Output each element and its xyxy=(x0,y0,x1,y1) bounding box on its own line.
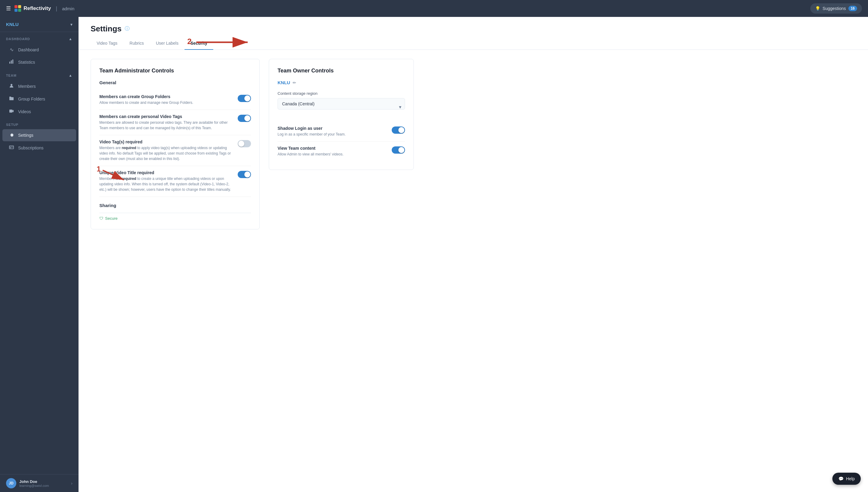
group-folders-toggle[interactable] xyxy=(238,95,251,102)
tab-video-tags[interactable]: Video Tags xyxy=(91,38,123,50)
settings-header: Settings ⓘ Video Tags Rubrics User Label… xyxy=(78,17,868,50)
bulb-icon: 💡 xyxy=(815,6,820,11)
brand-role: admin xyxy=(62,6,74,11)
view-team-content-toggle[interactable] xyxy=(392,146,405,154)
sidebar-item-label: Dashboard xyxy=(18,47,39,52)
subscriptions-icon xyxy=(8,145,15,151)
settings-icon xyxy=(8,132,15,138)
owner-controls-card: Team Owner Controls KNLU ✏ Content stora… xyxy=(269,59,414,170)
unique-video-title-desc: Members are required to create a unique … xyxy=(99,176,232,192)
sidebar-item-statistics[interactable]: Statistics xyxy=(2,56,76,68)
svg-rect-4 xyxy=(9,109,13,113)
tab-security[interactable]: Security xyxy=(185,38,213,50)
shield-icon: 🛡 xyxy=(99,216,103,221)
shadow-login-toggle[interactable] xyxy=(392,126,405,134)
sidebar-item-subscriptions[interactable]: Subscriptions xyxy=(2,142,76,154)
user-profile[interactable]: JD John Doe learning@swivl.com › xyxy=(0,474,78,492)
sidebar-item-members[interactable]: Members xyxy=(2,80,76,92)
secure-badge: 🛡 Secure xyxy=(99,216,251,221)
svg-rect-0 xyxy=(9,62,10,64)
storage-select[interactable]: Canada (Central) US (East) EU (West) xyxy=(278,98,405,109)
dashboard-icon: ∿ xyxy=(8,47,15,52)
tab-user-labels[interactable]: User Labels xyxy=(150,38,185,50)
video-tags-required-toggle[interactable] xyxy=(238,140,251,147)
suggestions-button[interactable]: 💡 Suggestions 16 xyxy=(810,3,862,14)
shadow-login-title: Shadow Login as user xyxy=(278,126,387,131)
view-team-content-control: View Team content Allow Admin to view al… xyxy=(278,142,405,161)
sidebar-item-label: Settings xyxy=(18,133,33,138)
hamburger-icon[interactable]: ☰ xyxy=(6,5,11,12)
personal-video-tags-title: Members can create personal Video Tags xyxy=(99,114,232,119)
owner-org-row: KNLU ✏ xyxy=(278,80,405,85)
sidebar-item-label: Videos xyxy=(18,109,31,114)
sidebar-item-group-folders[interactable]: Group Folders xyxy=(2,93,76,105)
brand-name: Reflectivity xyxy=(24,5,51,11)
info-icon[interactable]: ⓘ xyxy=(125,26,129,32)
view-team-content-title: View Team content xyxy=(278,146,387,151)
video-tags-required-title: Video Tag(s) required xyxy=(99,140,232,144)
sidebar-item-label: Group Folders xyxy=(18,97,45,101)
user-chevron-icon: › xyxy=(71,481,72,486)
sidebar-item-label: Statistics xyxy=(18,60,35,65)
sidebar-section-setup: SETUP xyxy=(0,118,78,129)
unique-video-title-control: Unique Video Title required Members are … xyxy=(99,166,251,197)
user-email: learning@swivl.com xyxy=(19,484,68,488)
help-label: Help xyxy=(846,476,855,481)
logo-icon xyxy=(15,5,21,12)
org-name: KNLU xyxy=(6,22,19,27)
storage-label: Content storage region xyxy=(278,91,405,96)
group-folders-desc: Allow members to create and manage new G… xyxy=(99,100,232,105)
main-content: Settings ⓘ Video Tags Rubrics User Label… xyxy=(78,17,868,492)
sharing-section: Sharing 🛡 Secure xyxy=(99,203,251,221)
storage-select-wrapper: Canada (Central) US (East) EU (West) xyxy=(278,98,405,116)
edit-icon[interactable]: ✏ xyxy=(293,80,296,85)
unique-video-title-toggle[interactable] xyxy=(238,171,251,178)
suggestions-label: Suggestions xyxy=(823,6,846,11)
svg-rect-2 xyxy=(13,59,13,64)
group-folders-title: Members can create Group Folders xyxy=(99,94,232,99)
tab-rubrics[interactable]: Rubrics xyxy=(123,38,150,50)
svg-point-3 xyxy=(10,84,13,86)
group-folders-control: Members can create Group Folders Allow m… xyxy=(99,90,251,110)
owner-controls-title: Team Owner Controls xyxy=(278,68,405,74)
svg-rect-1 xyxy=(11,60,12,64)
team-section-chevron: ▲ xyxy=(69,73,72,78)
video-tags-required-control: Video Tag(s) required Members are requir… xyxy=(99,135,251,166)
unique-video-title-title: Unique Video Title required xyxy=(99,170,232,175)
sidebar: KNLU ▾ DASHBOARD ▲ ∿ Dashboard Statistic… xyxy=(0,17,78,492)
admin-controls-card: Team Administrator Controls General Memb… xyxy=(91,59,260,229)
svg-rect-7 xyxy=(10,148,11,148)
sidebar-org[interactable]: KNLU ▾ xyxy=(0,17,78,32)
help-chat-icon: 💬 xyxy=(838,476,844,481)
top-nav: ☰ Reflectivity | admin 💡 Suggestions 16 xyxy=(0,0,868,17)
videos-icon xyxy=(8,109,15,115)
org-chevron-icon: ▾ xyxy=(70,22,72,27)
user-info: John Doe learning@swivl.com xyxy=(19,479,68,488)
sidebar-item-label: Subscriptions xyxy=(18,146,44,150)
view-team-content-desc: Allow Admin to view all members' videos. xyxy=(278,151,387,157)
help-button[interactable]: 💬 Help xyxy=(833,473,861,485)
page-title: Settings xyxy=(91,24,122,33)
sidebar-item-label: Members xyxy=(18,84,35,89)
sharing-section-label: Sharing xyxy=(99,203,251,208)
sidebar-item-dashboard[interactable]: ∿ Dashboard xyxy=(2,44,76,55)
admin-controls-panel: Team Administrator Controls General Memb… xyxy=(91,59,260,229)
owner-org-name: KNLU xyxy=(278,80,290,85)
personal-video-tags-control: Members can create personal Video Tags M… xyxy=(99,110,251,135)
members-icon xyxy=(8,83,15,89)
personal-video-tags-toggle[interactable] xyxy=(238,115,251,122)
sidebar-item-settings[interactable]: Settings xyxy=(2,129,76,141)
settings-body: Team Administrator Controls General Memb… xyxy=(78,50,868,239)
sidebar-item-videos[interactable]: Videos xyxy=(2,106,76,118)
svg-rect-5 xyxy=(9,146,14,149)
general-section-label: General xyxy=(99,80,251,85)
shadow-login-desc: Log in as a specific member of your Team… xyxy=(278,131,387,137)
avatar: JD xyxy=(6,478,16,488)
shadow-login-control: Shadow Login as user Log in as a specifi… xyxy=(278,122,405,142)
dashboard-section-chevron: ▲ xyxy=(69,37,72,41)
settings-tabs: Video Tags Rubrics User Labels Security xyxy=(91,38,856,49)
owner-controls-panel: Team Owner Controls KNLU ✏ Content stora… xyxy=(269,59,414,229)
group-folders-icon xyxy=(8,96,15,102)
logo-brand: Reflectivity | admin xyxy=(15,5,74,12)
personal-video-tags-desc: Members are allowed to create personal v… xyxy=(99,120,232,131)
